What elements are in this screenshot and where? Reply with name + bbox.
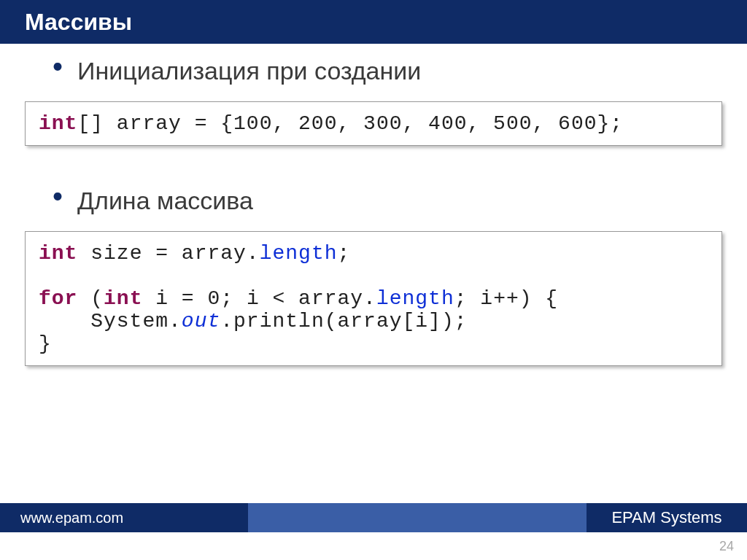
code-text: size = array.	[77, 242, 259, 265]
code-block-1: int[] array = {100, 200, 300, 400, 500, …	[25, 101, 722, 146]
code-text: i = 0; i < array.	[142, 287, 376, 310]
code-text: .println(array[i]);	[220, 310, 467, 332]
keyword-int: int	[104, 287, 142, 310]
code-text: System.	[39, 310, 182, 332]
keyword-int: int	[39, 242, 77, 265]
member-out: out	[182, 310, 220, 332]
code-text: (	[77, 287, 104, 310]
code-block-2: int size = array.length; for (int i = 0;…	[25, 231, 722, 366]
footer-company: EPAM Systems	[587, 503, 747, 532]
code-text: ;	[338, 242, 351, 265]
footer-url: www.epam.com	[0, 503, 248, 532]
bullet-item: • Длина массива	[25, 187, 722, 215]
bullet-text: Инициализация при создании	[77, 57, 421, 85]
bullet-item: • Инициализация при создании	[25, 57, 722, 85]
code-text: [] array = {100, 200, 300, 400, 500, 600…	[77, 112, 623, 135]
bullet-dot-icon: •	[25, 189, 77, 203]
member-length: length	[376, 287, 454, 310]
footer-spacer	[248, 503, 587, 532]
code-text: }	[39, 332, 52, 355]
page-number: 24	[719, 539, 734, 554]
bullet-text: Длина массива	[77, 187, 253, 215]
keyword-int: int	[39, 112, 77, 135]
bullet-dot-icon: •	[25, 59, 77, 74]
slide-title: Массивы	[25, 9, 132, 36]
member-length: length	[260, 242, 338, 265]
code-text: ; i++) {	[454, 287, 558, 310]
slide-footer: www.epam.com EPAM Systems	[0, 503, 747, 532]
slide-header: Массивы	[0, 0, 747, 44]
keyword-for: for	[39, 287, 77, 310]
slide-content: • Инициализация при создании int[] array…	[0, 44, 747, 366]
